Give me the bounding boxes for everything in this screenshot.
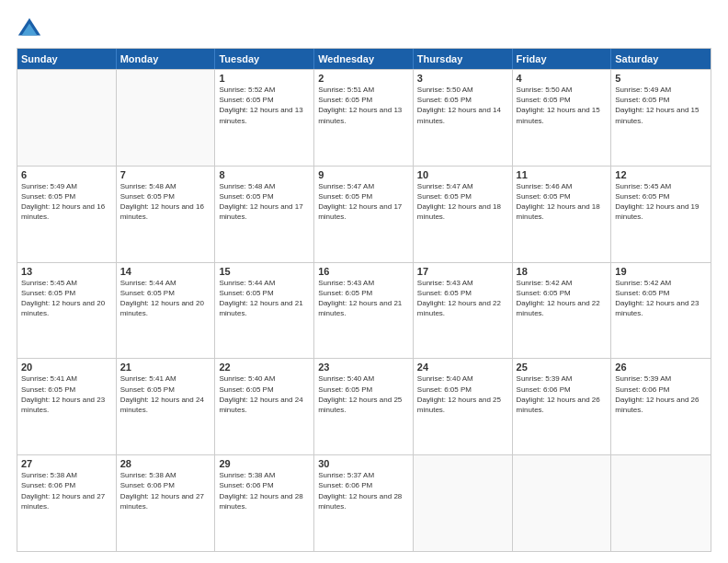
calendar-cell: 17Sunrise: 5:43 AM Sunset: 6:05 PM Dayli…	[414, 263, 513, 359]
calendar-header-cell: Saturday	[611, 49, 711, 69]
cell-day-number: 14	[120, 266, 211, 277]
calendar-cell: 12Sunrise: 5:45 AM Sunset: 6:05 PM Dayli…	[611, 167, 711, 262]
cell-sun-info: Sunrise: 5:41 AM Sunset: 6:05 PM Dayligh…	[120, 373, 211, 415]
cell-day-number: 2	[318, 73, 409, 84]
calendar-cell: 4Sunrise: 5:50 AM Sunset: 6:05 PM Daylig…	[513, 70, 612, 166]
calendar-cell: 20Sunrise: 5:41 AM Sunset: 6:05 PM Dayli…	[17, 359, 117, 454]
cell-sun-info: Sunrise: 5:39 AM Sunset: 6:06 PM Dayligh…	[517, 373, 608, 415]
calendar-header-cell: Thursday	[414, 49, 513, 69]
cell-day-number: 25	[517, 362, 608, 373]
calendar-cell	[117, 70, 216, 166]
cell-day-number: 29	[219, 458, 310, 469]
cell-sun-info: Sunrise: 5:40 AM Sunset: 6:05 PM Dayligh…	[219, 373, 310, 415]
cell-day-number: 13	[21, 266, 112, 277]
cell-sun-info: Sunrise: 5:45 AM Sunset: 6:05 PM Dayligh…	[615, 181, 707, 223]
cell-day-number: 28	[120, 458, 211, 469]
calendar-cell: 30Sunrise: 5:37 AM Sunset: 6:06 PM Dayli…	[314, 455, 414, 551]
calendar-header-cell: Monday	[117, 49, 216, 69]
calendar-cell: 2Sunrise: 5:51 AM Sunset: 6:05 PM Daylig…	[314, 70, 414, 166]
calendar-cell: 22Sunrise: 5:40 AM Sunset: 6:05 PM Dayli…	[215, 359, 314, 454]
calendar-cell: 26Sunrise: 5:39 AM Sunset: 6:06 PM Dayli…	[611, 359, 711, 454]
calendar-week-1: 1Sunrise: 5:52 AM Sunset: 6:05 PM Daylig…	[17, 69, 711, 166]
cell-sun-info: Sunrise: 5:45 AM Sunset: 6:05 PM Dayligh…	[21, 278, 112, 319]
cell-sun-info: Sunrise: 5:51 AM Sunset: 6:05 PM Dayligh…	[318, 85, 409, 126]
cell-sun-info: Sunrise: 5:52 AM Sunset: 6:05 PM Dayligh…	[219, 85, 310, 126]
cell-day-number: 12	[615, 169, 707, 180]
calendar-cell: 28Sunrise: 5:38 AM Sunset: 6:06 PM Dayli…	[117, 455, 216, 551]
calendar: SundayMondayTuesdayWednesdayThursdayFrid…	[17, 48, 711, 552]
calendar-cell: 29Sunrise: 5:38 AM Sunset: 6:06 PM Dayli…	[215, 455, 314, 551]
calendar-cell: 9Sunrise: 5:47 AM Sunset: 6:05 PM Daylig…	[314, 167, 414, 262]
cell-sun-info: Sunrise: 5:50 AM Sunset: 6:05 PM Dayligh…	[517, 85, 608, 126]
cell-day-number: 18	[517, 266, 608, 277]
cell-sun-info: Sunrise: 5:43 AM Sunset: 6:05 PM Dayligh…	[417, 278, 508, 319]
calendar-cell: 21Sunrise: 5:41 AM Sunset: 6:05 PM Dayli…	[117, 359, 216, 454]
cell-day-number: 15	[219, 266, 310, 277]
calendar-cell: 10Sunrise: 5:47 AM Sunset: 6:05 PM Dayli…	[414, 167, 513, 262]
calendar-cell: 7Sunrise: 5:48 AM Sunset: 6:05 PM Daylig…	[117, 167, 216, 262]
cell-sun-info: Sunrise: 5:50 AM Sunset: 6:05 PM Dayligh…	[417, 85, 508, 126]
cell-day-number: 19	[615, 266, 707, 277]
calendar-cell: 24Sunrise: 5:40 AM Sunset: 6:05 PM Dayli…	[414, 359, 513, 454]
calendar-header-cell: Wednesday	[314, 49, 414, 69]
cell-sun-info: Sunrise: 5:39 AM Sunset: 6:06 PM Dayligh…	[615, 373, 707, 415]
calendar-cell	[414, 455, 513, 551]
cell-sun-info: Sunrise: 5:38 AM Sunset: 6:06 PM Dayligh…	[21, 470, 112, 511]
cell-day-number: 11	[517, 169, 608, 180]
cell-sun-info: Sunrise: 5:42 AM Sunset: 6:05 PM Dayligh…	[517, 278, 608, 319]
calendar-cell: 23Sunrise: 5:40 AM Sunset: 6:05 PM Dayli…	[314, 359, 414, 454]
calendar-header-cell: Tuesday	[215, 49, 314, 69]
cell-day-number: 8	[219, 169, 310, 180]
cell-sun-info: Sunrise: 5:49 AM Sunset: 6:05 PM Dayligh…	[21, 181, 112, 223]
cell-sun-info: Sunrise: 5:43 AM Sunset: 6:05 PM Dayligh…	[318, 278, 409, 319]
calendar-cell: 5Sunrise: 5:49 AM Sunset: 6:05 PM Daylig…	[611, 70, 711, 166]
calendar-week-3: 13Sunrise: 5:45 AM Sunset: 6:05 PM Dayli…	[17, 262, 711, 359]
cell-day-number: 17	[417, 266, 508, 277]
cell-sun-info: Sunrise: 5:48 AM Sunset: 6:05 PM Dayligh…	[120, 181, 211, 223]
cell-sun-info: Sunrise: 5:40 AM Sunset: 6:05 PM Dayligh…	[318, 373, 409, 415]
cell-sun-info: Sunrise: 5:44 AM Sunset: 6:05 PM Dayligh…	[219, 278, 310, 319]
page: SundayMondayTuesdayWednesdayThursdayFrid…	[0, 0, 728, 563]
calendar-cell	[513, 455, 612, 551]
cell-day-number: 22	[219, 362, 310, 373]
cell-day-number: 30	[318, 458, 409, 469]
calendar-cell: 27Sunrise: 5:38 AM Sunset: 6:06 PM Dayli…	[17, 455, 117, 551]
cell-sun-info: Sunrise: 5:37 AM Sunset: 6:06 PM Dayligh…	[318, 470, 409, 511]
cell-sun-info: Sunrise: 5:46 AM Sunset: 6:05 PM Dayligh…	[517, 181, 608, 223]
cell-sun-info: Sunrise: 5:44 AM Sunset: 6:05 PM Dayligh…	[120, 278, 211, 319]
cell-day-number: 27	[21, 458, 112, 469]
calendar-cell: 19Sunrise: 5:42 AM Sunset: 6:05 PM Dayli…	[611, 263, 711, 359]
calendar-cell: 18Sunrise: 5:42 AM Sunset: 6:05 PM Dayli…	[513, 263, 612, 359]
cell-day-number: 23	[318, 362, 409, 373]
cell-day-number: 20	[21, 362, 112, 373]
cell-day-number: 10	[417, 169, 508, 180]
calendar-cell: 8Sunrise: 5:48 AM Sunset: 6:05 PM Daylig…	[215, 167, 314, 262]
cell-day-number: 6	[21, 169, 112, 180]
cell-sun-info: Sunrise: 5:49 AM Sunset: 6:05 PM Dayligh…	[615, 85, 707, 126]
calendar-week-2: 6Sunrise: 5:49 AM Sunset: 6:05 PM Daylig…	[17, 166, 711, 262]
cell-sun-info: Sunrise: 5:38 AM Sunset: 6:06 PM Dayligh…	[219, 470, 310, 511]
logo	[17, 17, 46, 42]
calendar-cell: 11Sunrise: 5:46 AM Sunset: 6:05 PM Dayli…	[513, 167, 612, 262]
calendar-week-4: 20Sunrise: 5:41 AM Sunset: 6:05 PM Dayli…	[17, 358, 711, 454]
calendar-cell: 3Sunrise: 5:50 AM Sunset: 6:05 PM Daylig…	[414, 70, 513, 166]
logo-icon	[17, 17, 42, 42]
cell-day-number: 24	[417, 362, 508, 373]
calendar-cell	[17, 70, 117, 166]
cell-sun-info: Sunrise: 5:40 AM Sunset: 6:05 PM Dayligh…	[417, 373, 508, 415]
cell-sun-info: Sunrise: 5:42 AM Sunset: 6:05 PM Dayligh…	[615, 278, 707, 319]
header	[17, 17, 711, 42]
calendar-cell: 14Sunrise: 5:44 AM Sunset: 6:05 PM Dayli…	[117, 263, 216, 359]
cell-day-number: 16	[318, 266, 409, 277]
calendar-body: 1Sunrise: 5:52 AM Sunset: 6:05 PM Daylig…	[17, 69, 711, 551]
cell-sun-info: Sunrise: 5:47 AM Sunset: 6:05 PM Dayligh…	[417, 181, 508, 223]
calendar-header-cell: Sunday	[17, 49, 117, 69]
calendar-cell: 1Sunrise: 5:52 AM Sunset: 6:05 PM Daylig…	[215, 70, 314, 166]
cell-day-number: 1	[219, 73, 310, 84]
cell-sun-info: Sunrise: 5:48 AM Sunset: 6:05 PM Dayligh…	[219, 181, 310, 223]
cell-day-number: 4	[517, 73, 608, 84]
calendar-cell: 15Sunrise: 5:44 AM Sunset: 6:05 PM Dayli…	[215, 263, 314, 359]
calendar-header-row: SundayMondayTuesdayWednesdayThursdayFrid…	[17, 49, 711, 69]
calendar-cell: 16Sunrise: 5:43 AM Sunset: 6:05 PM Dayli…	[314, 263, 414, 359]
cell-day-number: 5	[615, 73, 707, 84]
